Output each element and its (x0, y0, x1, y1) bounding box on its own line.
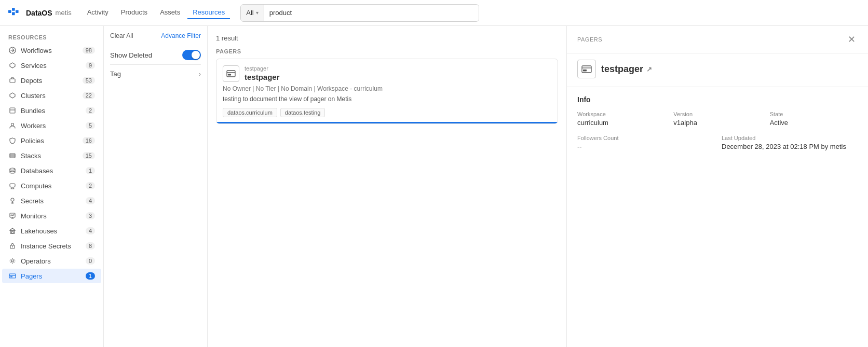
main-layout: Resources Workflows 98 Services 9 Depots… (0, 26, 868, 347)
logo-sub: metis (56, 9, 72, 17)
sidebar-item-services[interactable]: Services 9 (2, 58, 101, 73)
result-pager-icon (223, 65, 239, 82)
detail-panel-header: Pagers ✕ (567, 26, 868, 53)
result-card-meta: No Owner | No Tier | No Domain | Workspa… (223, 85, 551, 92)
svg-rect-3 (16, 10, 19, 13)
sidebar-badge-databases: 1 (86, 167, 95, 174)
sidebar-label-stacks: Stacks (21, 152, 78, 160)
state-value: Active (770, 119, 858, 127)
sidebar-item-operators[interactable]: Operators 0 (2, 254, 101, 268)
version-label: Version (673, 111, 761, 117)
detail-followers-field: Followers Count -- (577, 135, 713, 150)
sidebar-label-databases: Databases (21, 167, 82, 175)
pagers-icon (8, 272, 17, 280)
results-count: 1 result (216, 34, 558, 42)
search-type-label: All (246, 9, 253, 17)
nav-activity[interactable]: Activity (82, 6, 114, 19)
results-section-label: Pagers (216, 48, 558, 54)
detail-last-updated-field: Last Updated December 28, 2023 at 02:18 … (722, 135, 858, 150)
tag-chip-testing[interactable]: dataos.testing (280, 108, 326, 117)
monitors-icon (8, 212, 17, 220)
results-panel: 1 result Pagers testpager testpager No O… (208, 26, 567, 347)
lakehouses-icon (8, 227, 17, 235)
svg-rect-18 (10, 276, 12, 277)
nav-products[interactable]: Products (116, 6, 153, 19)
external-link-icon[interactable]: ↗ (646, 65, 652, 73)
chevron-right-icon: › (199, 71, 201, 78)
close-button[interactable]: ✕ (845, 33, 858, 46)
show-deleted-toggle[interactable] (182, 50, 201, 60)
followers-value: -- (577, 143, 713, 150)
show-deleted-label: Show Deleted (110, 51, 152, 59)
detail-section-title: Info (577, 95, 858, 104)
sidebar-item-workers[interactable]: Workers 5 (2, 118, 101, 133)
result-card[interactable]: testpager testpager No Owner | No Tier |… (216, 59, 558, 124)
state-label: State (770, 111, 858, 117)
detail-title-row: testpager ↗ (567, 53, 868, 78)
last-updated-value: December 28, 2023 at 02:18 PM by metis (722, 143, 858, 150)
search-bar: All ▾ (240, 4, 479, 22)
sidebar-header: Resources (0, 30, 103, 43)
sidebar-item-instance-secrets[interactable]: Instance Secrets 8 (2, 239, 101, 253)
depots-icon (8, 76, 17, 85)
sidebar-item-clusters[interactable]: Clusters 22 (2, 88, 101, 103)
sidebar-item-secrets[interactable]: Secrets 4 (2, 193, 101, 208)
result-card-tags: dataos.curriculum dataos.testing (223, 108, 551, 117)
sidebar-badge-computes: 2 (86, 182, 95, 189)
sidebar-item-depots[interactable]: Depots 53 (2, 73, 101, 88)
operators-icon (8, 257, 17, 265)
sidebar-badge-pagers: 1 (86, 272, 95, 280)
svg-rect-7 (10, 108, 15, 113)
secrets-icon (8, 197, 17, 205)
detail-panel: Pagers ✕ testpager ↗ Info Workspace curr… (567, 26, 868, 347)
nav-links: Activity Products Assets Resources (82, 6, 230, 19)
sidebar-item-computes[interactable]: Computes 2 (2, 178, 101, 193)
sidebar-item-monitors[interactable]: Monitors 3 (2, 209, 101, 223)
services-icon (8, 61, 17, 70)
advance-filter-button[interactable]: Advance Filter (161, 32, 201, 39)
sidebar-item-stacks[interactable]: Stacks 15 (2, 148, 101, 163)
svg-rect-1 (12, 8, 15, 11)
sidebar-item-databases[interactable]: Databases 1 (2, 163, 101, 178)
sidebar-item-lakehouses[interactable]: Lakehouses 4 (2, 224, 101, 238)
tag-filter-row[interactable]: Tag › (110, 65, 201, 83)
nav-resources[interactable]: Resources (187, 6, 230, 19)
sidebar-label-computes: Computes (21, 182, 82, 190)
sidebar-label-policies: Policies (21, 137, 78, 145)
result-card-desc: testing to document the view of pager on… (223, 95, 551, 103)
sidebar-label-workers: Workers (21, 122, 82, 130)
sidebar-item-policies[interactable]: Policies 16 (2, 133, 101, 148)
workflows-icon (8, 46, 17, 54)
detail-workspace-field: Workspace curriculum (577, 111, 665, 127)
sidebar-label-services: Services (21, 62, 82, 70)
clear-all-button[interactable]: Clear All (110, 32, 133, 39)
sidebar-item-workflows[interactable]: Workflows 98 (2, 43, 101, 58)
detail-info-section: Info Workspace curriculum Version v1alph… (567, 95, 868, 159)
computes-icon (8, 182, 17, 190)
nav-assets[interactable]: Assets (155, 6, 185, 19)
search-input[interactable] (264, 5, 479, 21)
sidebar-item-bundles[interactable]: Bundles 2 (2, 103, 101, 118)
last-updated-label: Last Updated (722, 135, 858, 141)
filter-panel-header: Clear All Advance Filter (110, 32, 201, 39)
detail-panel-label: Pagers (577, 36, 602, 43)
tag-chip-curriculum[interactable]: dataos.curriculum (223, 108, 277, 117)
bundles-icon (8, 106, 17, 115)
sidebar-item-pagers[interactable]: Pagers 1 (2, 269, 101, 283)
version-value: v1alpha (673, 119, 761, 127)
sidebar-label-operators: Operators (21, 257, 82, 265)
sidebar-label-secrets: Secrets (21, 197, 82, 205)
sidebar: Resources Workflows 98 Services 9 Depots… (0, 26, 104, 347)
result-card-header: testpager testpager (223, 65, 551, 82)
svg-rect-0 (8, 10, 11, 13)
search-type-select[interactable]: All ▾ (241, 5, 264, 21)
svg-point-16 (11, 260, 13, 262)
clusters-icon (8, 91, 17, 100)
svg-rect-17 (9, 274, 16, 278)
sidebar-badge-policies: 16 (83, 137, 95, 144)
svg-point-10 (10, 168, 15, 170)
workspace-value: curriculum (577, 119, 665, 127)
app-logo[interactable]: DataOS metis (8, 8, 72, 18)
workspace-label: Workspace (577, 111, 665, 117)
svg-rect-19 (227, 71, 235, 77)
